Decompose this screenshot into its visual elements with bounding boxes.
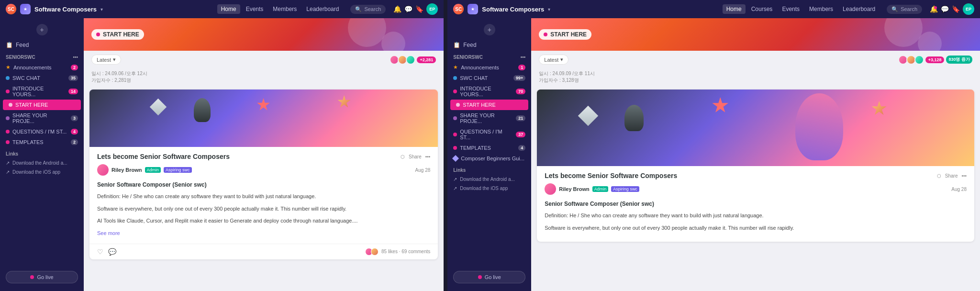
go-live-button-left[interactable]: Go live (6, 271, 78, 283)
section-menu-left[interactable]: ••• (73, 55, 78, 60)
latest-label-right: Latest (544, 57, 558, 63)
nav-events-left[interactable]: Events (242, 4, 267, 14)
nav-home-left[interactable]: Home (217, 4, 240, 14)
sidebar-starthere-right[interactable]: START HERE (450, 100, 528, 110)
bookmark-icon-right[interactable]: 🔖 (952, 5, 960, 13)
link-icon-right: ↗ (453, 177, 457, 182)
sidebar-announcements-right[interactable]: ★ Announcements 1 (447, 62, 531, 73)
chat-icon-right[interactable]: 💬 (941, 5, 949, 13)
badge-announcements-right: 1 (518, 65, 525, 70)
feed-item-right[interactable]: 📋 Feed (447, 39, 531, 51)
ios-link-left[interactable]: ↗ Download the iOS app (0, 168, 84, 177)
nav-leaderboard-left[interactable]: Leaderboard (302, 4, 343, 14)
latest-chevron-right: ▾ (560, 56, 563, 63)
search-icon-right: 🔍 (891, 6, 898, 12)
link-icon2-left: ↗ (6, 169, 10, 175)
heart-icon-left[interactable]: ♡ (97, 248, 103, 256)
nav-leaderboard-right[interactable]: Leaderboard (839, 4, 879, 14)
feed-item-left[interactable]: 📋 Feed (0, 39, 84, 51)
sidebar-shareproject-right[interactable]: SHARE YOUR PROJE... 21 (447, 110, 531, 126)
latest-filter-right[interactable]: Latest ▾ (539, 55, 568, 65)
badge-swcchat-right: 99+ (513, 75, 525, 81)
member-count-badge-right: +3,128 (925, 56, 945, 63)
bookmark-icon-left[interactable]: 🔖 (415, 5, 423, 13)
sidebar-swcchat-left[interactable]: SWC CHAT 35 (0, 73, 84, 83)
dot-swcchat-left (6, 76, 10, 80)
chat-icon-left[interactable]: 💬 (404, 5, 412, 13)
left-content: START HERE Latest ▾ +2,281 일시 : 24.09.06 (84, 18, 444, 291)
post-footer-left: ♡ 💬 85 likes · 69 comments (89, 244, 438, 259)
left-main: + 📋 Feed seniorSWC ••• ★ Announcements 2… (0, 18, 444, 291)
right-sidebar: + 📋 Feed seniorSWC ••• ★ Announcements 1… (447, 18, 531, 291)
head-shape-right (624, 105, 644, 131)
nav-courses-right[interactable]: Courses (747, 4, 777, 14)
add-button-right[interactable]: + (484, 24, 495, 35)
add-button-left[interactable]: + (36, 24, 48, 35)
sidebar-label: INTRODUCE YOURS... (12, 86, 66, 97)
dot-introduce-right (453, 90, 457, 93)
nav-home-right[interactable]: Home (723, 4, 746, 14)
title-chevron-right[interactable]: ▾ (548, 7, 550, 12)
sidebar-questions-left[interactable]: QUESTIONS / I'M ST... 4 (0, 126, 84, 137)
search-bar-right[interactable]: 🔍 Search (887, 5, 922, 14)
more-icon-right[interactable]: ••• (961, 173, 967, 179)
sidebar-introduce-right[interactable]: INTRODUCE YOURS... 70 (447, 83, 531, 100)
nav-members-right[interactable]: Members (805, 4, 837, 14)
bell-icon-left[interactable]: 🔔 (393, 5, 401, 13)
more-icon-left[interactable]: ••• (425, 154, 431, 159)
sidebar-starthere-left[interactable]: START HERE (3, 100, 81, 110)
title-chevron-left[interactable]: ▾ (100, 7, 103, 12)
sidebar-swcchat-right[interactable]: SWC CHAT 99+ (447, 73, 531, 83)
ios-link-right[interactable]: ↗ Download the iOS app (447, 184, 531, 193)
member-count-left: 가입자수 : 2,281명 (91, 77, 436, 84)
share-label-right[interactable]: Share (945, 173, 958, 179)
post-date-right: Aug 28 (951, 187, 967, 192)
share-icon-right[interactable]: ⬡ (937, 173, 941, 179)
section-menu-right[interactable]: ••• (521, 55, 526, 60)
share-icon-left[interactable]: ⬡ (401, 154, 405, 159)
ios-link-label: Download the iOS app (12, 169, 60, 175)
member-av3-left (406, 55, 415, 65)
sidebar-label: TEMPLATES (460, 145, 491, 151)
post-actions-left: ⬡ Share ••• (401, 154, 430, 159)
android-link-left[interactable]: ↗ Download the Android a... (0, 158, 84, 168)
sidebar-composer-right[interactable]: Composer Beginners Gui... (447, 153, 531, 164)
sidebar-shareproject-left[interactable]: SHARE YOUR PROJE... 3 (0, 110, 84, 126)
latest-label-left: Latest (97, 57, 111, 63)
share-label-left[interactable]: Share (409, 154, 422, 159)
feed-label-right: Feed (463, 42, 476, 48)
sidebar-label: SWC CHAT (12, 75, 40, 81)
sidebar-templates-right[interactable]: TEMPLATES 4 (447, 143, 531, 153)
see-more-left[interactable]: See more (97, 229, 430, 238)
right-topnav: SC ★ Software Composers ▾ Home Courses E… (447, 0, 980, 18)
latest-chevron-left: ▾ (113, 56, 116, 63)
go-live-button-right[interactable]: Go live (453, 271, 525, 283)
user-avatar-left[interactable]: EP (426, 3, 438, 15)
sidebar-questions-right[interactable]: QUESTIONS / I'M ST... 37 (447, 126, 531, 143)
sidebar-label: TEMPLATES (12, 139, 44, 145)
start-here-badge-right: START HERE (539, 29, 591, 40)
dot-introduce-left (6, 90, 10, 93)
likes-count-left: 85 likes (381, 249, 398, 254)
post-hero-right (537, 90, 974, 166)
sidebar-label: SWC CHAT (460, 75, 488, 81)
author-avatar-right (545, 183, 556, 195)
left-topnav: SC ★ Software Composers ▾ Home Events Me… (0, 0, 444, 18)
sidebar-announcements-left[interactable]: ★ Announcements 2 (0, 62, 84, 73)
growth-badge-right: 830명 증가 (946, 56, 972, 64)
search-text-right: Search (901, 6, 917, 12)
comment-icon-left[interactable]: 💬 (108, 248, 116, 256)
sidebar-label-active: START HERE (15, 102, 48, 108)
user-avatar-right[interactable]: EP (963, 3, 974, 15)
search-bar-left[interactable]: 🔍 Search (350, 5, 386, 14)
nav-members-left[interactable]: Members (269, 4, 301, 14)
latest-filter-left[interactable]: Latest ▾ (91, 55, 121, 65)
sidebar-label: SHARE YOUR PROJE... (460, 112, 513, 124)
sidebar-templates-left[interactable]: TEMPLATES 2 (0, 137, 84, 147)
nav-events-right[interactable]: Events (778, 4, 803, 14)
android-link-right[interactable]: ↗ Download the Android a... (447, 175, 531, 184)
nav-links-right: Home Courses Events Members Leaderboard (723, 4, 879, 14)
sidebar-introduce-left[interactable]: INTRODUCE YOURS... 14 (0, 83, 84, 100)
link-icon2-right: ↗ (453, 186, 457, 191)
dot-share-right (453, 116, 457, 120)
